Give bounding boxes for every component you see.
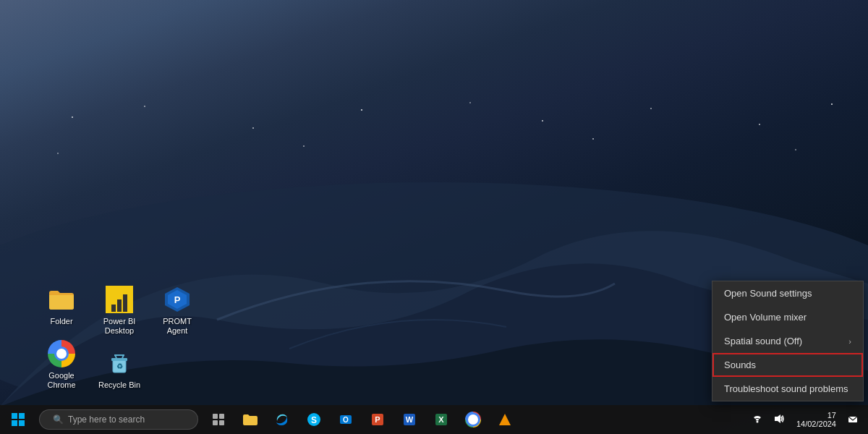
folder-icon bbox=[47, 285, 76, 314]
svg-point-3 bbox=[252, 127, 254, 129]
svg-point-2 bbox=[144, 106, 145, 107]
taskbar-app7-button[interactable] bbox=[490, 405, 519, 434]
desktop-icon-promt[interactable]: P PROMT Agent bbox=[152, 282, 203, 339]
svg-text:P: P bbox=[375, 415, 380, 424]
svg-text:O: O bbox=[343, 416, 349, 424]
svg-text:X: X bbox=[438, 415, 444, 424]
search-placeholder: Type here to search bbox=[68, 414, 145, 425]
desktop-icon-chrome[interactable]: Google Chrome bbox=[36, 336, 87, 393]
svg-point-10 bbox=[57, 153, 59, 154]
edge-button[interactable] bbox=[268, 405, 297, 434]
svg-point-13 bbox=[795, 149, 796, 150]
taskbar: 🔍 Type here to search bbox=[0, 405, 868, 434]
promt-label: PROMT Agent bbox=[155, 317, 200, 336]
task-view-button[interactable] bbox=[204, 405, 233, 434]
svg-text:P: P bbox=[174, 294, 181, 305]
svg-rect-29 bbox=[213, 420, 218, 425]
file-explorer-button[interactable] bbox=[236, 405, 265, 434]
start-button[interactable] bbox=[0, 405, 36, 434]
svg-marker-41 bbox=[499, 414, 511, 425]
svg-point-1 bbox=[72, 116, 73, 118]
svg-rect-27 bbox=[213, 414, 218, 419]
ctx-troubleshoot[interactable]: Troubleshoot sound problems bbox=[712, 377, 863, 401]
svg-marker-43 bbox=[775, 414, 780, 423]
chevron-right-icon: › bbox=[848, 337, 851, 346]
desktop-icon-powerbi[interactable]: Power BI Desktop bbox=[94, 282, 145, 339]
svg-point-7 bbox=[650, 108, 652, 109]
powerbi-label: Power BI Desktop bbox=[97, 317, 142, 336]
taskbar-center: S O P W bbox=[204, 405, 519, 434]
notifications-icon[interactable] bbox=[845, 411, 861, 429]
svg-rect-25 bbox=[12, 420, 17, 426]
clock[interactable]: 17 14/02/2024 bbox=[792, 411, 841, 428]
chrome-label: Google Chrome bbox=[39, 371, 84, 390]
word-button[interactable]: W bbox=[395, 405, 424, 434]
recycle-label: Recycle Bin bbox=[98, 380, 140, 390]
svg-point-11 bbox=[303, 145, 305, 147]
svg-rect-23 bbox=[12, 413, 17, 419]
svg-point-8 bbox=[759, 124, 760, 125]
chrome-icon bbox=[47, 339, 76, 368]
taskbar-chrome-button[interactable] bbox=[459, 405, 488, 434]
desktop-icon-recycle[interactable]: ♻ Recycle Bin bbox=[94, 346, 145, 393]
ctx-spatial-sound[interactable]: Spatial sound (Off) › bbox=[712, 329, 863, 353]
excel-button[interactable]: X bbox=[427, 405, 456, 434]
taskbar-right: 17 14/02/2024 bbox=[749, 410, 868, 430]
desktop-icons: Folder Google Chrome Power BI Desktop bbox=[36, 282, 188, 398]
context-menu: Open Sound settings Open Volume mixer Sp… bbox=[712, 281, 864, 401]
svg-rect-28 bbox=[219, 414, 224, 419]
volume-icon[interactable] bbox=[770, 410, 788, 430]
ctx-open-sound-settings[interactable]: Open Sound settings bbox=[712, 281, 863, 305]
desktop-icon-folder[interactable]: Folder bbox=[36, 282, 87, 329]
search-icon: 🔍 bbox=[53, 414, 64, 425]
outlook-button[interactable]: O bbox=[331, 405, 360, 434]
promt-icon: P bbox=[163, 285, 192, 314]
desktop: Folder Google Chrome Power BI Desktop bbox=[0, 0, 868, 434]
powerpoint-button[interactable]: P bbox=[363, 405, 392, 434]
svg-point-6 bbox=[542, 120, 543, 122]
skype-button[interactable]: S bbox=[299, 405, 328, 434]
ctx-open-volume-mixer[interactable]: Open Volume mixer bbox=[712, 305, 863, 329]
search-bar[interactable]: 🔍 Type here to search bbox=[39, 409, 198, 430]
svg-point-42 bbox=[756, 420, 758, 422]
svg-point-5 bbox=[469, 102, 471, 103]
svg-point-9 bbox=[831, 103, 833, 105]
folder-label: Folder bbox=[50, 317, 72, 326]
time-display: 17 bbox=[796, 411, 836, 420]
svg-rect-15 bbox=[111, 358, 127, 361]
powerbi-icon bbox=[105, 285, 134, 314]
svg-rect-24 bbox=[19, 413, 25, 419]
recycle-icon: ♻ bbox=[105, 349, 134, 378]
svg-rect-26 bbox=[19, 420, 25, 426]
svg-point-12 bbox=[592, 138, 594, 140]
date-display: 14/02/2024 bbox=[796, 420, 836, 428]
svg-point-4 bbox=[361, 109, 362, 111]
ctx-sounds[interactable]: Sounds bbox=[712, 353, 863, 377]
svg-text:S: S bbox=[311, 415, 317, 425]
svg-text:♻: ♻ bbox=[116, 362, 123, 370]
network-icon[interactable] bbox=[749, 410, 766, 430]
svg-rect-30 bbox=[219, 420, 224, 425]
svg-text:W: W bbox=[406, 415, 414, 424]
